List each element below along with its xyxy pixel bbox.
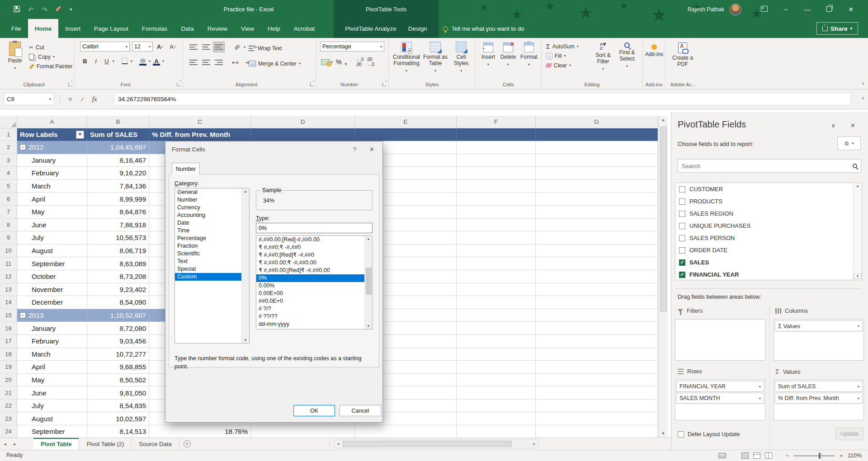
type-format-item[interactable]: # ?/?: [256, 305, 372, 313]
row-header[interactable]: 24: [0, 425, 17, 437]
row-header[interactable]: 10: [0, 245, 17, 258]
sheet-tab[interactable]: Pivot Table: [33, 438, 79, 450]
category-list-item[interactable]: Percentage: [175, 235, 249, 242]
column-header[interactable]: F: [457, 116, 536, 128]
column-header[interactable]: B: [87, 116, 149, 128]
number-dialog-launcher-icon[interactable]: [382, 82, 387, 86]
cell[interactable]: [536, 231, 658, 245]
formula-input[interactable]: 34.2672298765564%: [114, 93, 851, 105]
add-ins-button[interactable]: Add-ins: [645, 44, 664, 58]
redo-icon[interactable]: ↷: [42, 6, 48, 13]
cell[interactable]: [457, 309, 536, 322]
cell[interactable]: [457, 245, 536, 258]
scroll-down-icon[interactable]: ▼: [242, 338, 249, 342]
sheet-nav-left-icon[interactable]: ◂: [0, 438, 10, 450]
clear-button[interactable]: Clear▾: [546, 61, 579, 70]
align-center-button[interactable]: [200, 57, 212, 68]
scroll-thumb[interactable]: [366, 268, 372, 295]
row-header[interactable]: 15: [0, 309, 17, 322]
cell[interactable]: [536, 400, 658, 413]
page-break-view-icon[interactable]: [765, 452, 772, 459]
field-list-item[interactable]: CUSTOMER: [675, 183, 862, 195]
cell[interactable]: [457, 219, 536, 232]
grow-font-button[interactable]: A˄: [155, 42, 165, 52]
row-header[interactable]: 17: [0, 335, 17, 348]
field-checkbox[interactable]: [679, 272, 685, 278]
horizontal-scrollbar[interactable]: ◂ ▸: [334, 439, 539, 448]
cell-label[interactable]: −September: [17, 257, 87, 270]
cell-sales[interactable]: 8,54,090: [87, 296, 149, 309]
category-list-item[interactable]: Scientific: [175, 250, 249, 258]
cell[interactable]: [536, 309, 658, 322]
borders-dropdown-icon[interactable]: ▾: [131, 59, 132, 63]
category-list-item[interactable]: Date: [175, 219, 249, 227]
rows-area[interactable]: FINANCIAL YEAR▾ SALES MONTH▾: [675, 380, 765, 420]
restore-icon[interactable]: [825, 6, 834, 13]
align-middle-button[interactable]: [200, 42, 212, 52]
type-format-item[interactable]: #,##0.00;[Red]-#,##0.00: [256, 236, 372, 244]
category-list-item[interactable]: Special: [175, 265, 249, 273]
cell[interactable]: [536, 374, 658, 387]
cell[interactable]: [355, 128, 457, 141]
borders-button[interactable]: [120, 56, 130, 66]
cell[interactable]: [251, 425, 355, 437]
accounting-format-button[interactable]: ▾: [321, 59, 333, 65]
align-right-button[interactable]: [213, 57, 225, 68]
horizontal-scroll-thumb[interactable]: [343, 441, 512, 447]
cell-sales[interactable]: 9,81,050: [87, 386, 149, 400]
cell-label[interactable]: −September: [17, 425, 87, 437]
row-header[interactable]: 3: [0, 154, 17, 167]
bold-button[interactable]: B: [80, 56, 90, 66]
minimize-icon[interactable]: −: [781, 6, 790, 13]
cell[interactable]: [536, 425, 658, 437]
sheet-nav-right-icon[interactable]: ▸: [10, 438, 20, 450]
dialog-help-icon[interactable]: ?: [353, 146, 356, 153]
cell[interactable]: [536, 283, 658, 296]
cancel-button[interactable]: Cancel: [340, 405, 381, 416]
pivot-header-row-labels[interactable]: Row Labels: [17, 128, 87, 141]
category-list-item[interactable]: Currency: [175, 204, 249, 212]
paste-button[interactable]: Paste ▾: [5, 42, 25, 70]
category-list-item[interactable]: Accounting: [175, 212, 249, 219]
field-list-item[interactable]: SALES REGION: [675, 207, 862, 220]
cell[interactable]: [355, 425, 457, 437]
type-format-item[interactable]: ₹ #,##0;₹ -#,##0: [256, 244, 372, 251]
share-button[interactable]: Share ▾: [816, 22, 858, 35]
font-dialog-launcher-icon[interactable]: [177, 82, 181, 86]
column-header[interactable]: C: [149, 116, 251, 128]
cell[interactable]: [536, 361, 658, 374]
format-painter-button[interactable]: Format Painter: [29, 61, 72, 71]
cell[interactable]: [457, 167, 536, 180]
category-list-item[interactable]: Number: [175, 196, 249, 204]
normal-view-icon[interactable]: [741, 452, 749, 459]
ribbon-tab[interactable]: Help: [261, 19, 287, 38]
update-button[interactable]: Update: [835, 428, 863, 440]
cell-label[interactable]: −2012: [17, 141, 87, 154]
scroll-left-icon[interactable]: ◂: [334, 440, 342, 448]
column-header[interactable]: E: [355, 116, 457, 128]
align-left-button[interactable]: [188, 57, 199, 68]
name-box-dropdown-icon[interactable]: ▾: [49, 97, 51, 101]
field-checkbox[interactable]: [679, 247, 685, 254]
cell[interactable]: [457, 257, 536, 270]
rows-field-chip[interactable]: FINANCIAL YEAR▾: [676, 381, 764, 392]
cell[interactable]: [457, 270, 536, 283]
cell[interactable]: [536, 335, 658, 348]
scroll-down-icon[interactable]: ▼: [659, 429, 668, 437]
font-color-dropdown-icon[interactable]: ▾: [162, 59, 164, 63]
display-settings-icon[interactable]: [718, 453, 726, 458]
autosum-button[interactable]: ΣAutoSum▾: [546, 42, 579, 51]
column-header[interactable]: G: [536, 116, 658, 128]
collapse-icon[interactable]: −: [20, 312, 26, 318]
vertical-scroll-thumb[interactable]: [660, 127, 667, 312]
cut-button[interactable]: ✂Cut: [29, 42, 72, 52]
increase-decimal-button[interactable]: ←.0.00: [356, 57, 363, 67]
cell[interactable]: [457, 386, 536, 400]
cell[interactable]: [536, 257, 658, 270]
field-checkbox[interactable]: [679, 235, 685, 241]
insert-cells-button[interactable]: Insert▾: [479, 42, 497, 66]
cell-label[interactable]: −March: [17, 180, 87, 193]
cell-label[interactable]: −May: [17, 374, 87, 387]
cell-label[interactable]: −June: [17, 219, 87, 232]
cell[interactable]: [457, 206, 536, 219]
